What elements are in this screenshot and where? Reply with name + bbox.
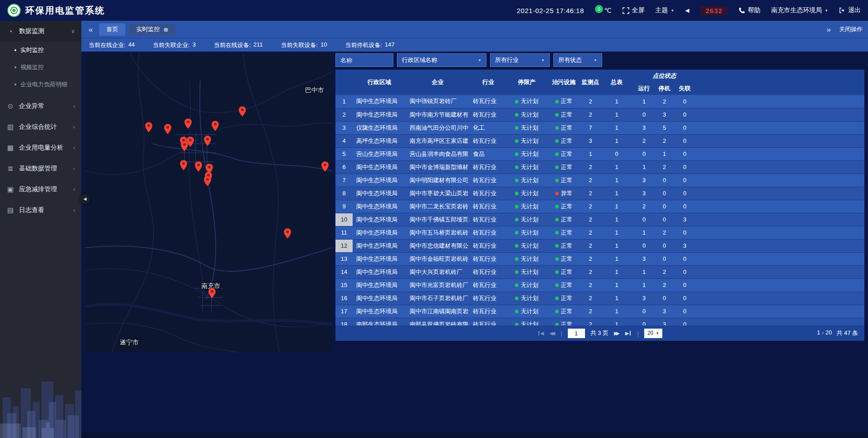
stat-item: 当前失联设备: 10	[281, 41, 327, 49]
table-row[interactable]: 1 阆中生态环境局 阆中强锐页岩砖厂 砖瓦行业 无计划 正常 2 1 1 2	[335, 95, 864, 108]
row-meters: 1	[599, 108, 634, 121]
sidebar-subitem[interactable]: 视频监控	[0, 59, 81, 76]
region-select[interactable]: 行政区域名称 ▼	[397, 53, 486, 67]
tabs-scroll-right-button[interactable]: »	[825, 26, 833, 33]
row-stop: 2	[654, 265, 675, 278]
map-panel[interactable]: 巴中市 南充市 遂宁市	[85, 53, 332, 353]
map-collapse-handle[interactable]: ◀	[80, 194, 90, 204]
map-pin[interactable]	[181, 141, 188, 151]
help-button[interactable]: 帮助	[739, 6, 760, 14]
row-points: 2	[581, 226, 599, 239]
row-run: 2	[634, 200, 654, 213]
sidebar-item[interactable]: ⊙ 企业异常 ‹	[0, 96, 81, 117]
table-row[interactable]: 8 阆中生态环境局 阆中市枣碧大梁山页岩 砖瓦行业 无计划 异常 2 1 3	[335, 187, 864, 200]
row-index: 9	[335, 200, 353, 213]
table-row[interactable]: 11 阆中生态环境局 阆中市五马桥页岩机砖 砖瓦行业 无计划 正常 2 1 1	[335, 226, 864, 239]
table-row[interactable]: 9 阆中生态环境局 阆中市二龙长宝页岩砖 砖瓦行业 无计划 正常 2 1 2	[335, 200, 864, 213]
map-pin[interactable]	[204, 136, 211, 146]
status-dot-icon	[555, 257, 559, 261]
sidebar-subitem[interactable]: 企业电力负荷明细	[0, 76, 81, 93]
row-lost: 0	[675, 200, 695, 213]
close-operations-button[interactable]: 关闭操作	[839, 25, 863, 33]
temperature-unit: ℃	[604, 7, 612, 14]
index-column-header	[335, 70, 353, 95]
sidebar-subitem[interactable]: 实时监控	[0, 42, 81, 59]
region-column-header: 行政区域	[353, 70, 406, 95]
row-industry: 砖瓦行业	[469, 108, 507, 121]
row-industry: 砖瓦行业	[469, 213, 507, 226]
sidebar-item[interactable]: ≣ 基础数据管理 ‹	[0, 158, 81, 179]
status-dot-icon	[515, 270, 519, 274]
table-row[interactable]: 6 阆中生态环境局 阆中市金博瑞新型墙材 砖瓦行业 无计划 正常 2 1 1	[335, 160, 864, 174]
table-row[interactable]: 13 阆中生态环境局 阆中市金福旺页岩机砖 砖瓦行业 无计划 正常 2 1 3	[335, 252, 864, 265]
map-pin[interactable]	[184, 118, 192, 129]
name-search-input[interactable]	[335, 53, 393, 67]
row-region: 高坪生态环境局	[353, 134, 406, 147]
tab[interactable]: 首页 ⊗	[99, 24, 125, 36]
map-pin[interactable]	[208, 288, 216, 298]
row-facility-status: 正常	[546, 292, 581, 305]
industry-select[interactable]: 所有行业 ▼	[490, 53, 550, 67]
total-pages-label: 共 3 页	[590, 329, 609, 337]
pagination-divider: |	[637, 330, 638, 337]
row-points: 2	[581, 305, 599, 318]
chevron-collapsed-icon: ‹	[73, 124, 75, 130]
status-dot-icon	[555, 244, 559, 248]
row-run: 3	[634, 121, 654, 134]
map-pin[interactable]	[321, 161, 329, 172]
tabs-scroll-left-button[interactable]: «	[87, 26, 94, 33]
stat-item: 当前在线企业: 44	[89, 41, 135, 49]
map-pin[interactable]	[180, 160, 187, 170]
theme-dropdown[interactable]: 主题 ▼	[656, 6, 675, 14]
map-pin[interactable]	[204, 176, 211, 186]
range-text: 1 - 20	[817, 329, 832, 337]
sidebar-item[interactable]: ▦ 企业用电量分析 ‹	[0, 137, 81, 158]
map-pin[interactable]	[239, 106, 246, 117]
row-run: 1	[634, 95, 654, 108]
status-dot-icon	[555, 179, 559, 182]
map-pin[interactable]	[164, 124, 171, 134]
row-filler	[695, 134, 864, 147]
row-stop: 0	[654, 292, 675, 305]
row-stop: 0	[654, 252, 675, 265]
table-row[interactable]: 10 阆中生态环境局 阆中市千佛镇五郎垭页岩 砖瓦行业 无计划 正常 2 1 0	[335, 213, 864, 226]
sidebar-item-data-monitoring[interactable]: ◔ 数据监测 ∨	[0, 21, 81, 42]
status-select[interactable]: 所有状态 ▼	[553, 53, 602, 67]
map-pin[interactable]	[284, 228, 291, 239]
map-pin[interactable]	[195, 161, 202, 172]
logout-button[interactable]: 退出	[839, 6, 861, 14]
org-dropdown[interactable]: 南充市生态环境局 ▼	[771, 6, 828, 14]
map-pin[interactable]	[145, 122, 152, 132]
page-size-select[interactable]: 20 ▼	[644, 329, 662, 338]
table-row[interactable]: 7 阆中生态环境局 阆中明阳建材有限公司 砖瓦行业 无计划 正常 2 1 3	[335, 174, 864, 187]
row-region: 阆中生态环境局	[353, 305, 406, 318]
table-row[interactable]: 15 阆中生态环境局 阆中市光富页岩机砖厂 砖瓦行业 无计划 正常 2 1 1	[335, 278, 864, 292]
table-row[interactable]: 18 南部生态环境局 南部县双佛页岩砖有限公 砖瓦行业 无计划 正常 2 1 0	[335, 318, 864, 325]
pagination-first-button[interactable]: ◀	[538, 331, 544, 336]
fullscreen-button[interactable]: 全屏	[623, 6, 645, 14]
sidebar-item[interactable]: ▣ 应急减排管理 ‹	[0, 179, 81, 200]
row-filler	[695, 305, 864, 318]
page-number-input[interactable]	[568, 329, 585, 338]
row-industry: 砖瓦行业	[469, 187, 507, 200]
pagination-next-button[interactable]: ▶▶	[614, 331, 620, 336]
pagination-prev-button[interactable]: ◀◀	[549, 331, 555, 336]
tab[interactable]: 实时监控 ⊗	[129, 24, 175, 36]
table-row[interactable]: 12 阆中生态环境局 阆中市忠信建材有限公 砖瓦行业 无计划 正常 2 1 0	[335, 239, 864, 252]
table-row[interactable]: 14 阆中生态环境局 阆中大兴页岩机砖厂 砖瓦行业 无计划 正常 2 1 1	[335, 265, 864, 278]
table-row[interactable]: 2 阆中生态环境局 阆中市南方节能建材有 砖瓦行业 无计划 正常 2 1 0	[335, 108, 864, 121]
row-index: 11	[335, 226, 353, 239]
row-region: 阆中生态环境局	[353, 108, 406, 121]
sidebar-item[interactable]: ▤ 日志查看 ‹	[0, 200, 81, 221]
tab-close-icon[interactable]: ⊗	[163, 26, 168, 33]
map-pin[interactable]	[212, 121, 219, 131]
row-facility-status: 正常	[546, 318, 581, 325]
table-row[interactable]: 4 高坪生态环境局 南充市高坪区王家店建 砖瓦行业 无计划 正常 3 1 2	[335, 134, 864, 147]
pagination-last-button[interactable]: ▶	[625, 331, 632, 336]
stat-label: 当前失联企业:	[153, 41, 190, 49]
table-row[interactable]: 3 仪陇生态环境局 西南油气田分公司川中 化工 无计划 正常 7 1 3 5	[335, 121, 864, 134]
table-row[interactable]: 16 阆中生态环境局 阆中市石子页岩机砖厂 砖瓦行业 无计划 正常 2 1 3	[335, 292, 864, 305]
table-row[interactable]: 17 阆中生态环境局 阆中市江南镇阆南页岩 砖瓦行业 无计划 正常 2 1 0	[335, 305, 864, 318]
sidebar-item[interactable]: ▥ 企业综合统计 ‹	[0, 117, 81, 137]
table-row[interactable]: 5 营山生态环境局 营山县润丰肉食品有限 食品 无计划 正常 1 0 0 1	[335, 147, 864, 160]
